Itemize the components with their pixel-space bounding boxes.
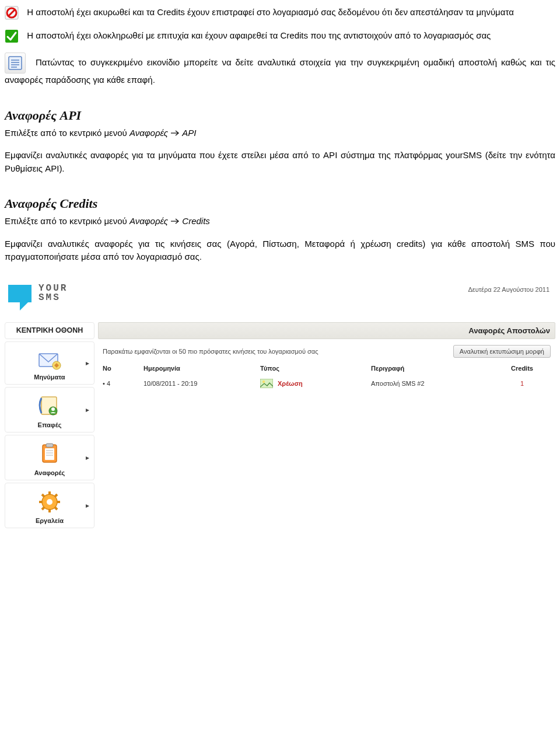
menu-path-reports: Αναφορές — [130, 216, 168, 226]
sidebar-item-label: Επαφές — [8, 421, 92, 428]
cell-type: Χρέωση — [260, 379, 371, 388]
svg-point-15 — [51, 407, 55, 411]
menu-path-credits: Credits — [182, 216, 210, 226]
sidebar-home-header[interactable]: ΚΕΝΤΡΙΚΗ ΟΘΟΝΗ — [5, 322, 94, 340]
main-panel: Αναφορές Αποστολών Παρακάτω εμφανίζονται… — [98, 322, 555, 531]
arrow-right-icon — [170, 215, 180, 228]
section-credits-body: Εμφανίζει αναλυτικές αναφορές για τις κι… — [5, 238, 555, 264]
menu-prefix-text: Επιλέξτε από το κεντρικό μενού — [5, 216, 130, 226]
print-button[interactable]: Αναλυτική εκτυπώσιμη μορφή — [453, 345, 551, 358]
cell-desc: Αποστολή SMS #2 — [371, 380, 494, 387]
panel-header: Αναφορές Αποστολών — [98, 322, 555, 339]
section-api-heading: Αναφορές API — [5, 108, 555, 123]
section-credits-heading: Αναφορές Credits — [5, 196, 555, 211]
svg-rect-32 — [260, 379, 273, 388]
svg-line-30 — [55, 494, 57, 497]
svg-point-33 — [262, 380, 265, 382]
check-icon — [5, 29, 19, 43]
sidebar-item-messages[interactable]: Μηνύματα ▸ — [5, 341, 94, 385]
section-api-body: Εμφανίζει αναλυτικές αναφορές για τα μην… — [5, 149, 555, 175]
chevron-right-icon: ▸ — [85, 407, 90, 413]
svg-line-29 — [42, 507, 44, 510]
app-screenshot: YOUR SMS Δευτέρα 22 Αυγούστου 2011 ΚΕΝΤΡ… — [5, 275, 555, 531]
cell-type-text: Χρέωση — [278, 380, 303, 387]
mail-icon — [36, 348, 64, 371]
status-completed-paragraph: Η αποστολή έχει ολοκληρωθεί με επιτυχία … — [5, 29, 555, 43]
svg-rect-18 — [46, 444, 53, 447]
section-api-menu: Επιλέξτε από το κεντρικό μενού Αναφορές … — [5, 127, 555, 140]
contacts-icon — [36, 393, 64, 419]
reports-icon — [36, 441, 64, 467]
logo-line1: YOUR — [38, 284, 68, 294]
col-no: No — [103, 365, 144, 372]
cancel-icon — [5, 6, 19, 20]
sidebar-item-label: Μηνύματα — [8, 374, 92, 381]
gear-icon — [36, 489, 64, 515]
photo-icon — [260, 379, 273, 388]
panel-title: Αναφορές Αποστολών — [468, 326, 550, 335]
svg-point-31 — [47, 499, 52, 505]
cell-credits: 1 — [494, 380, 551, 387]
menu-prefix-text: Επιλέξτε από το κεντρικό μενού — [5, 128, 130, 138]
chevron-right-icon: ▸ — [85, 360, 90, 366]
sidebar-item-label: Εργαλεία — [8, 517, 92, 524]
menu-path-reports: Αναφορές — [130, 128, 168, 138]
status-cancelled-text: Η αποστολή έχει ακυρωθεί και τα Credits … — [27, 7, 514, 17]
logo-balloon-icon — [8, 279, 35, 312]
app-header: YOUR SMS Δευτέρα 22 Αυγούστου 2011 — [5, 275, 555, 322]
details-text: Πατώντας το συγκεκριμένο εικονίδιο μπορε… — [5, 57, 555, 85]
status-cancelled-paragraph: Η αποστολή έχει ακυρωθεί και τα Credits … — [5, 6, 555, 20]
svg-line-27 — [42, 494, 44, 497]
col-credits: Credits — [494, 365, 551, 372]
logo: YOUR SMS — [8, 279, 68, 312]
panel-subheader: Παρακάτω εμφανίζονται οι 50 πιο πρόσφατε… — [98, 339, 555, 361]
table-row: 4 10/08/2011 - 20:19 Χρέωση Αποστολή SMS… — [98, 375, 555, 392]
status-completed-text: Η αποστολή έχει ολοκληρωθεί με επιτυχία … — [27, 30, 491, 40]
chevron-right-icon: ▸ — [85, 503, 90, 508]
sidebar-home-label: ΚΕΝΤΡΙΚΗ ΟΘΟΝΗ — [8, 326, 92, 336]
arrow-right-icon — [170, 127, 180, 140]
details-icon — [5, 53, 26, 74]
table-header: No Ημερομηνία Τύπος Περιγραφή Credits — [98, 361, 555, 375]
col-desc: Περιγραφή — [371, 365, 494, 372]
sidebar-item-tools[interactable]: Εργαλεία ▸ — [5, 483, 94, 528]
sidebar-item-label: Αναφορές — [8, 469, 92, 476]
cell-date: 10/08/2011 - 20:19 — [144, 380, 260, 387]
logo-text: YOUR SMS — [38, 284, 68, 304]
cell-no: 4 — [103, 380, 144, 387]
menu-path-api: API — [182, 128, 196, 138]
svg-line-28 — [55, 507, 57, 510]
svg-rect-17 — [45, 448, 54, 460]
sidebar-item-reports[interactable]: Αναφορές ▸ — [5, 435, 94, 480]
sidebar-item-contacts[interactable]: Επαφές ▸ — [5, 387, 94, 432]
col-type: Τύπος — [260, 365, 371, 372]
sidebar: ΚΕΝΤΡΙΚΗ ΟΘΟΝΗ Μηνύματα ▸ — [5, 322, 94, 531]
chevron-right-icon: ▸ — [85, 455, 90, 461]
logo-line2: SMS — [38, 293, 68, 303]
section-credits-menu: Επιλέξτε από το κεντρικό μενού Αναφορές … — [5, 215, 555, 228]
header-date: Δευτέρα 22 Αυγούστου 2011 — [468, 286, 550, 293]
panel-subtitle: Παρακάτω εμφανίζονται οι 50 πιο πρόσφατε… — [103, 348, 318, 355]
details-paragraph: Πατώντας το συγκεκριμένο εικονίδιο μπορε… — [5, 53, 555, 87]
col-date: Ημερομηνία — [144, 365, 260, 372]
